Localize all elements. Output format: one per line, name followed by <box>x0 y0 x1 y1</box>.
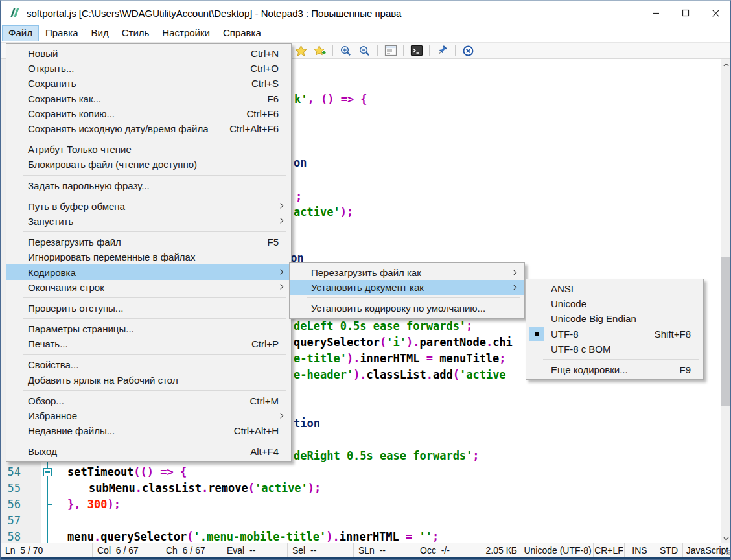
menu-item[interactable]: Добавить ярлык на Рабочий стол <box>6 373 291 388</box>
minimize-button[interactable] <box>641 1 671 25</box>
menu-item[interactable]: Запустить <box>6 214 291 229</box>
menu-item[interactable]: Еще кодировки...F9 <box>526 362 703 377</box>
file-menu-popup: НовыйCtrl+NОткрыть...Ctrl+OСохранитьCtrl… <box>6 43 292 462</box>
status-cell[interactable]: SLn -- <box>354 543 415 557</box>
menu-item[interactable]: Установить кодировку по умолчанию... <box>290 301 524 316</box>
menu-item[interactable]: Сохранить копию...Ctrl+F6 <box>6 106 291 121</box>
pin-icon[interactable] <box>433 43 452 58</box>
add-favorite-star-icon[interactable] <box>310 43 329 58</box>
toolbar-separator <box>403 45 404 56</box>
options-window-icon[interactable] <box>381 43 400 58</box>
code-line: menu.querySelector('.menu-mobile-title')… <box>67 529 439 544</box>
scrollbar-thumb[interactable] <box>721 257 731 406</box>
menu-item[interactable]: СохранитьCtrl+S <box>6 76 291 91</box>
zoom-out-icon[interactable] <box>355 43 374 58</box>
menu-item[interactable]: Обзор...Ctrl+M <box>6 393 291 408</box>
code-line: deRight 0.5s ease forwards'; <box>294 448 480 464</box>
vertical-scrollbar[interactable] <box>721 59 731 544</box>
menu-item[interactable]: Кодировка <box>6 264 291 279</box>
toolbar-separator <box>455 45 456 56</box>
menu-item[interactable]: Открыть...Ctrl+O <box>6 61 291 76</box>
menu-item[interactable]: Свойства... <box>6 357 291 372</box>
window-bottom-border <box>1 557 731 559</box>
code-line: subMenu.classList.remove('active'); <box>89 480 321 496</box>
menu-item-label: Сохранить как... <box>28 93 101 104</box>
menu-item[interactable]: Установить документ как <box>290 280 524 295</box>
menu-item-label: Сохранять исходную дату/время файла <box>28 123 209 134</box>
menu-item-label: UTF-8 <box>551 329 579 340</box>
menu-item[interactable]: Задать парольную фразу... <box>6 178 291 193</box>
menu-item[interactable]: UTF-8 с BOM <box>526 342 703 356</box>
status-cell[interactable]: Col 6 / 67 <box>93 543 161 557</box>
menu-item[interactable]: Атрибут Только чтение <box>6 142 291 157</box>
menu-item-label: Unicode <box>551 298 586 309</box>
menu-separator <box>23 139 286 139</box>
submenu-arrow-icon <box>278 218 283 224</box>
window-title: softportal.js [C:\Users\WDAGUtilityAccou… <box>27 8 401 19</box>
menu-item-label: Установить документ как <box>311 282 424 293</box>
menu-item[interactable]: Недавние файлы...Ctrl+Alt+H <box>6 423 291 438</box>
menu-item[interactable]: UTF-8Shift+F8 <box>526 327 703 342</box>
maximize-button[interactable] <box>671 1 701 25</box>
menu-separator <box>23 298 286 298</box>
statusbar: Ln 5 / 70Col 6 / 67Ch 6 / 67Eval --Sel -… <box>1 542 731 559</box>
status-cell[interactable]: Unicode (UTF-8) <box>522 543 594 557</box>
menubar-item[interactable]: Правка <box>39 25 85 41</box>
menu-item[interactable]: Путь в буфер обмена <box>6 199 291 214</box>
fold-collapse-icon[interactable] <box>43 468 52 476</box>
menu-item[interactable]: Избранное <box>6 408 291 423</box>
status-cell[interactable]: Ch 6 / 67 <box>161 543 222 557</box>
menu-item[interactable]: Перезагрузить файлF5 <box>6 235 291 250</box>
menu-item[interactable]: Печать...Ctrl+P <box>6 336 291 351</box>
menu-item-shortcut: Shift+F8 <box>636 329 691 340</box>
menubar-item[interactable]: Настройки <box>156 25 216 41</box>
status-cell[interactable]: Eval -- <box>222 543 288 557</box>
menu-item[interactable]: НовыйCtrl+N <box>6 46 291 61</box>
menu-item[interactable]: Сохранить как...F6 <box>6 91 291 106</box>
menubar-item[interactable]: Вид <box>85 25 115 41</box>
status-cell[interactable]: INS <box>625 543 655 557</box>
status-cell[interactable]: Sel -- <box>288 543 354 557</box>
line-number: 55 <box>1 480 21 496</box>
menu-item[interactable]: Параметры страницы... <box>6 321 291 336</box>
status-cell[interactable]: STD <box>655 543 683 557</box>
status-cell[interactable]: 2.05 КБ <box>480 543 522 557</box>
menubar-item[interactable]: Файл <box>2 25 39 41</box>
menu-item[interactable]: Игнорировать переменные в файлах <box>6 250 291 264</box>
menu-item[interactable]: Блокировать файл (чтение доступно) <box>6 157 291 172</box>
menu-item-shortcut: Ctrl+S <box>233 78 279 89</box>
code-line: }, 300); <box>67 496 121 513</box>
menu-item-label: Печать... <box>28 338 68 349</box>
menu-item[interactable]: Перезагрузить файл как <box>290 265 524 280</box>
submenu-arrow-icon <box>511 285 516 290</box>
menubar-item[interactable]: Стиль <box>115 25 156 41</box>
scroll-up-arrow-icon[interactable] <box>721 59 731 70</box>
favorites-star-icon[interactable] <box>292 43 310 58</box>
cancel-circle-icon[interactable] <box>459 43 478 58</box>
status-cell[interactable]: Ln 5 / 70 <box>1 543 93 557</box>
titlebar[interactable]: softportal.js [C:\Users\WDAGUtilityAccou… <box>1 1 730 25</box>
menu-item[interactable]: ANSI <box>526 281 703 296</box>
menu-item-label: Обзор... <box>28 395 64 406</box>
zoom-in-icon[interactable] <box>336 43 355 58</box>
menu-item[interactable]: Сохранять исходную дату/время файлаCtrl+… <box>6 121 291 136</box>
menu-item[interactable]: ВыходAlt+F4 <box>6 444 291 459</box>
menu-item-label: Сохранить копию... <box>28 108 115 119</box>
menu-separator <box>23 354 286 355</box>
menu-item[interactable]: Unicode <box>526 296 703 311</box>
close-button[interactable] <box>701 1 730 25</box>
code-line: tion <box>294 415 320 432</box>
submenu-arrow-icon <box>278 204 283 209</box>
menu-item[interactable]: Окончания строк <box>6 280 291 295</box>
status-cell[interactable]: CR+LF <box>594 543 625 557</box>
console-icon[interactable] <box>407 43 426 58</box>
menu-item[interactable]: Проверить отступы... <box>6 301 291 316</box>
resize-grip-icon[interactable] <box>724 549 730 555</box>
code-line: setTimeout(() => { <box>67 464 187 480</box>
code-line: ; <box>296 189 302 205</box>
menu-item[interactable]: Unicode Big Endian <box>526 311 703 326</box>
line-number: 54 <box>1 464 21 480</box>
menubar-item[interactable]: Справка <box>216 25 268 41</box>
status-cell[interactable]: Occ -/- <box>415 543 480 557</box>
menu-item-label: Сохранить <box>28 78 76 89</box>
